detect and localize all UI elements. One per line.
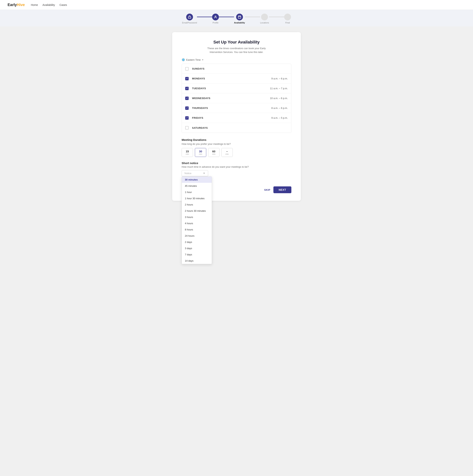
notice-select-arrow: ▼ (203, 172, 205, 175)
duration-30[interactable]: 30 min (195, 148, 206, 157)
day-name-tuesday: TUESDAYS (192, 87, 270, 90)
notice-option-3days[interactable]: 3 days (182, 245, 212, 251)
duration-15[interactable]: 15 min (182, 148, 193, 157)
day-checkbox-wednesday[interactable] (185, 97, 189, 100)
notice-option-14days[interactable]: 14 days (182, 258, 212, 264)
duration-15-num: 15 (184, 150, 190, 153)
timezone-arrow: ▼ (202, 59, 204, 61)
day-checkbox-saturday[interactable] (185, 126, 189, 130)
logo-early: Early (8, 3, 17, 7)
step-line-1 (197, 17, 212, 17)
day-time-thursday: 8 a.m. – 6 p.m. (271, 107, 288, 109)
notice-option-3hr[interactable]: 3 hours (182, 214, 212, 220)
notice-option-1hr[interactable]: 1 hour (182, 189, 212, 195)
step-label-profile: Profile (213, 21, 218, 24)
day-name-friday: FRIDAYS (192, 117, 271, 119)
timezone-icon: 🌐 (182, 58, 185, 61)
day-name-sunday: SUNDAYS (192, 67, 288, 70)
step-label-availability: Availability (234, 21, 245, 24)
duration-30-num: 30 (198, 150, 203, 153)
nav-availability[interactable]: Availability (43, 3, 55, 6)
logo-hive: Hive (17, 3, 25, 7)
notice-option-2hr[interactable]: 2 hours (182, 202, 212, 208)
day-checkbox-tuesday[interactable] (185, 87, 189, 90)
notice-option-45min[interactable]: 45 minutes (182, 183, 212, 189)
day-checkbox-monday[interactable] (185, 77, 189, 80)
day-row-wednesday: WEDNESDAYS 10 a.m. – 6 p.m. (182, 93, 291, 103)
duration-custom[interactable]: – min (221, 148, 233, 157)
day-row-thursday: THURSDAYS 8 a.m. – 6 p.m. (182, 103, 291, 113)
svg-rect-0 (188, 17, 191, 18)
step-line-4 (269, 17, 284, 17)
card-title: Set Up Your Availability (182, 40, 291, 45)
duration-custom-unit: min (224, 153, 230, 155)
day-checkbox-sunday[interactable] (185, 67, 189, 70)
duration-custom-num: – (224, 150, 230, 153)
step-profile: Profile (212, 14, 219, 24)
duration-15-unit: min (184, 153, 190, 155)
duration-60-num: 60 (211, 150, 217, 153)
day-checkbox-thursday[interactable] (185, 106, 189, 110)
skip-button[interactable]: SKIP (264, 188, 270, 191)
notice-option-30min[interactable]: 30 minutes (182, 177, 212, 183)
nav-home[interactable]: Home (31, 3, 38, 6)
svg-rect-2 (238, 16, 241, 18)
day-name-wednesday: WEDNESDAYS (192, 97, 270, 100)
day-checkbox-friday[interactable] (185, 116, 189, 120)
notice-placeholder: Notice (184, 172, 191, 175)
notice-option-7days[interactable]: 7 days (182, 251, 212, 258)
day-time-friday: 9 a.m. – 5 p.m. (271, 117, 288, 119)
step-circle-availability (236, 14, 243, 20)
meeting-durations-desc: How long do you prefer your meetings to … (182, 143, 291, 145)
duration-60[interactable]: 60 min (208, 148, 219, 157)
logo: EarlyHive (8, 3, 25, 7)
duration-60-unit: min (211, 153, 217, 155)
day-row-sunday: SUNDAYS (182, 64, 291, 74)
day-time-monday: 9 a.m. – 6 p.m. (271, 77, 288, 80)
notice-option-4hr[interactable]: 4 hours (182, 220, 212, 226)
day-row-monday: MONDAYS 9 a.m. – 6 p.m. (182, 74, 291, 84)
step-line-3 (245, 17, 260, 17)
notice-select[interactable]: Notice ▼ (182, 170, 208, 176)
days-table: SUNDAYS MONDAYS 9 a.m. – 6 p.m. TUESDAYS… (182, 64, 291, 133)
svg-point-1 (215, 16, 216, 17)
day-row-friday: FRIDAYS 9 a.m. – 5 p.m. (182, 113, 291, 123)
step-circle-locations (261, 14, 268, 20)
availability-card: Set Up Your Availability These are the t… (172, 32, 301, 201)
day-name-thursday: THURSDAYS (192, 107, 271, 109)
step-circle-final (284, 14, 291, 20)
nav-links: Home Availability Cases (31, 3, 67, 6)
notice-option-8hr[interactable]: 8 hours (182, 226, 212, 233)
duration-30-unit: min (198, 153, 203, 155)
step-label-email: Email/Password (182, 21, 197, 24)
day-row-tuesday: TUESDAYS 11 a.m. – 7 p.m. (182, 84, 291, 93)
notice-option-1hr30min[interactable]: 1 hour 30 minutes (182, 195, 212, 202)
day-time-wednesday: 10 a.m. – 6 p.m. (270, 97, 288, 100)
short-notice-desc: How much time in advance do you want you… (182, 165, 291, 168)
stepper-bar: Email/Password Profile Availability Loca… (0, 10, 473, 26)
duration-buttons: 15 min 30 min 60 min – min (182, 148, 291, 157)
navbar: EarlyHive Home Availability Cases (0, 0, 473, 10)
timezone-label: Eastern Time (186, 58, 201, 61)
nav-cases[interactable]: Cases (59, 3, 67, 6)
day-time-tuesday: 11 a.m. – 7 p.m. (270, 87, 288, 90)
step-circle-email (186, 14, 193, 20)
meeting-durations-title: Meeting Durations (182, 138, 291, 141)
stepper: Email/Password Profile Availability Loca… (182, 14, 291, 24)
next-button[interactable]: NEXT (273, 187, 291, 193)
day-name-saturday: SATURDAYS (192, 126, 288, 129)
step-circle-profile (212, 14, 219, 20)
step-final: Final (284, 14, 291, 24)
notice-option-24hr[interactable]: 24 hours (182, 233, 212, 239)
short-notice-title: Short notice (182, 161, 291, 165)
page-content: Set Up Your Availability These are the t… (0, 26, 473, 212)
notice-option-2hr30min[interactable]: 2 hours 30 minutes (182, 208, 212, 214)
timezone-selector[interactable]: 🌐 Eastern Time ▼ (182, 58, 291, 61)
step-label-locations: Locations (260, 21, 269, 24)
step-label-final: Final (285, 21, 290, 24)
day-row-saturday: SATURDAYS (182, 123, 291, 133)
step-email-password: Email/Password (182, 14, 197, 24)
day-name-monday: MONDAYS (192, 77, 271, 80)
notice-option-2days[interactable]: 2 days (182, 239, 212, 245)
card-subtitle: These are the times coordinators can boo… (182, 47, 291, 54)
